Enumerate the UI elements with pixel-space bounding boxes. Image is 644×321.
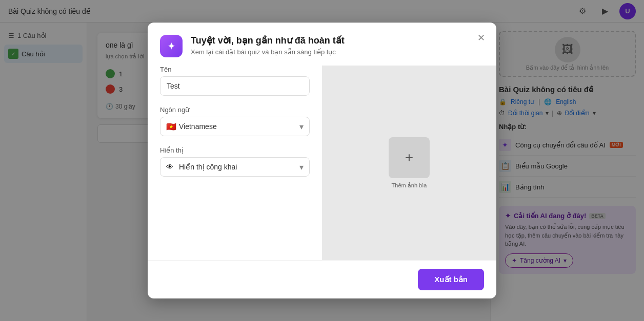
modal-close-button[interactable]: ✕ [474,31,488,45]
visibility-select-wrapper: 👁 Hiển thị công khai Riêng tư [160,157,310,177]
modal-sparkle-icon: ✦ [167,40,176,52]
publish-button[interactable]: Xuất bản [418,269,484,290]
visibility-select[interactable]: Hiển thị công khai Riêng tư [160,157,310,177]
name-field-group: Tên [160,66,310,96]
language-label: Ngôn ngữ [160,106,310,114]
modal-form: Tên Ngôn ngữ 🇻🇳 Vietnamese English Hiển … [148,66,322,260]
modal-subtitle: Xem lại cài đặt bài quiz và bạn sẵn sàng… [191,48,345,56]
language-select-wrapper: 🇻🇳 Vietnamese English [160,117,310,136]
modal-footer: Xuất bản [148,260,496,298]
name-label: Tên [160,66,310,73]
modal-dialog: ✦ Tuyệt vời, bạn gần như đã hoàn tất Xem… [148,23,496,298]
visibility-field-group: Hiển thị 👁 Hiển thị công khai Riêng tư [160,146,310,177]
plus-icon: + [405,149,413,166]
modal-title: Tuyệt vời, bạn gần như đã hoàn tất [191,35,345,46]
language-select[interactable]: Vietnamese English [160,117,310,136]
name-input[interactable] [160,76,310,96]
eye-icon: 👁 [166,163,173,171]
modal-header: ✦ Tuyệt vời, bạn gần như đã hoàn tất Xem… [148,23,496,66]
modal-image-area: + Thêm ảnh bìa [322,66,496,260]
modal-overlay: ✦ Tuyệt vời, bạn gần như đã hoàn tất Xem… [0,0,644,321]
cover-image-upload[interactable]: + [389,137,430,178]
flag-icon: 🇻🇳 [166,122,176,132]
visibility-label: Hiển thị [160,146,310,154]
language-field-group: Ngôn ngữ 🇻🇳 Vietnamese English [160,106,310,136]
modal-body: Tên Ngôn ngữ 🇻🇳 Vietnamese English Hiển … [148,66,496,260]
modal-header-text: Tuyệt vời, bạn gần như đã hoàn tất Xem l… [191,35,345,56]
cover-image-label: Thêm ảnh bìa [392,182,427,189]
modal-icon: ✦ [160,35,183,57]
